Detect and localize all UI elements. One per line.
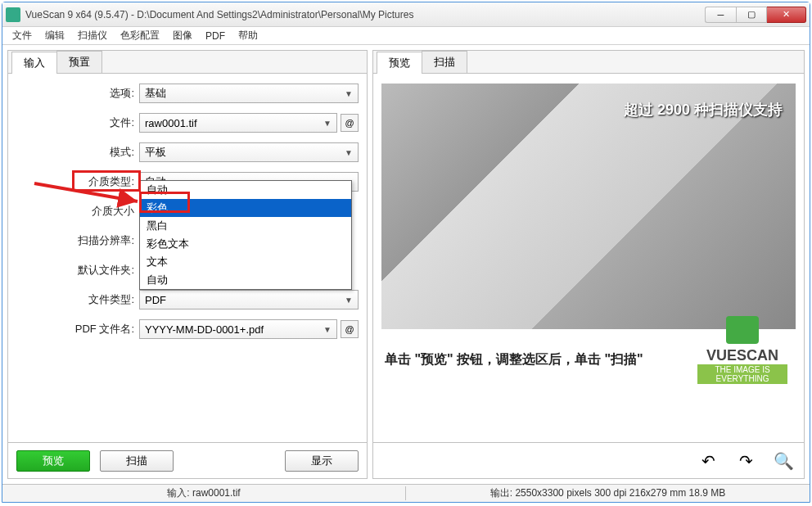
menu-color[interactable]: 色彩配置	[115, 27, 165, 44]
resolution-label: 扫描分辨率:	[16, 233, 139, 248]
options-label: 选项:	[16, 86, 139, 101]
pdf-at-button[interactable]: @	[341, 320, 359, 338]
preview-button[interactable]: 预览	[16, 450, 90, 472]
file-label: 文件:	[16, 115, 139, 130]
mode-value: 平板	[145, 145, 166, 160]
chevron-down-icon: ▼	[323, 325, 332, 334]
file-type-select[interactable]: PDF ▼	[139, 290, 359, 309]
file-at-button[interactable]: @	[341, 114, 359, 132]
menu-scanner[interactable]: 扫描仪	[73, 27, 112, 44]
file-select[interactable]: ▼	[139, 113, 337, 133]
options-value: 基础	[145, 86, 166, 101]
file-type-value: PDF	[145, 294, 166, 306]
chevron-down-icon: ▼	[323, 119, 332, 128]
right-panel: 预览 扫描 超过 2900 种扫描仪支持 单击 "预览" 按钮，调整选区后，单击…	[372, 50, 805, 479]
chevron-down-icon: ▼	[345, 148, 353, 157]
minimize-button[interactable]: ─	[705, 7, 736, 23]
tab-preset[interactable]: 预置	[56, 51, 102, 73]
preview-image: 超过 2900 种扫描仪支持	[381, 84, 796, 329]
chevron-down-icon: ▼	[345, 296, 353, 305]
display-button[interactable]: 显示	[285, 450, 359, 472]
menubar: 文件 编辑 扫描仪 色彩配置 图像 PDF 帮助	[2, 27, 810, 45]
logo-icon	[726, 316, 759, 344]
zoom-icon[interactable]: 🔍	[771, 450, 796, 472]
file-type-label: 文件类型:	[16, 292, 139, 307]
scan-button[interactable]: 扫描	[100, 450, 174, 472]
mode-label: 模式:	[16, 145, 139, 160]
window-title: VueScan 9 x64 (9.5.47) - D:\Document And…	[25, 9, 705, 20]
close-button[interactable]: ✕	[767, 7, 806, 23]
titlebar: VueScan 9 x64 (9.5.47) - D:\Document And…	[2, 2, 810, 27]
preview-overlay-text: 超过 2900 种扫描仪支持	[624, 100, 783, 120]
pdf-name-select[interactable]: ▼	[139, 319, 337, 339]
pdf-name-input[interactable]	[145, 323, 323, 336]
dropdown-item[interactable]: 自动	[140, 271, 351, 289]
menu-file[interactable]: 文件	[7, 27, 37, 44]
mode-select[interactable]: 平板 ▼	[139, 142, 359, 162]
preview-hint: 单击 "预览" 按钮，调整选区后，单击 "扫描"	[385, 351, 643, 368]
statusbar: 输入: raw0001.tif 输出: 2550x3300 pixels 300…	[2, 484, 810, 502]
menu-image[interactable]: 图像	[168, 27, 197, 44]
chevron-down-icon: ▼	[345, 89, 353, 98]
dropdown-item[interactable]: 彩色文本	[140, 235, 351, 253]
tab-preview[interactable]: 预览	[377, 52, 422, 74]
left-panel: 输入 预置 选项: 基础 ▼ 文件: ▼ @	[7, 50, 368, 479]
annotation-highlight-option	[139, 192, 190, 213]
status-output: 输出: 2550x3300 pixels 300 dpi 216x279 mm …	[406, 486, 810, 500]
menu-pdf[interactable]: PDF	[201, 29, 230, 43]
logo-text: VUESCAN	[697, 347, 787, 364]
rotate-left-icon[interactable]: ↶	[696, 450, 720, 472]
svg-line-0	[34, 183, 138, 201]
menu-edit[interactable]: 编辑	[40, 27, 70, 44]
logo-tagline: THE IMAGE IS EVERYTHING	[697, 364, 787, 384]
options-select[interactable]: 基础 ▼	[139, 84, 359, 103]
pdf-name-label: PDF 文件名:	[16, 322, 139, 337]
maximize-button[interactable]: ▢	[736, 7, 767, 23]
rotate-right-icon[interactable]: ↷	[733, 450, 758, 472]
default-folder-label: 默认文件夹:	[16, 263, 139, 278]
vuescan-logo: VUESCAN THE IMAGE IS EVERYTHING	[697, 316, 787, 385]
dropdown-item[interactable]: 文本	[140, 253, 351, 271]
tab-scan[interactable]: 扫描	[422, 51, 467, 73]
file-input[interactable]	[145, 117, 323, 129]
annotation-arrow-icon	[31, 180, 146, 210]
app-icon	[6, 7, 20, 22]
tab-input[interactable]: 输入	[11, 52, 57, 74]
status-input: 输入: raw0001.tif	[2, 486, 406, 500]
dropdown-item[interactable]: 黑白	[140, 217, 351, 235]
menu-help[interactable]: 帮助	[233, 27, 263, 44]
